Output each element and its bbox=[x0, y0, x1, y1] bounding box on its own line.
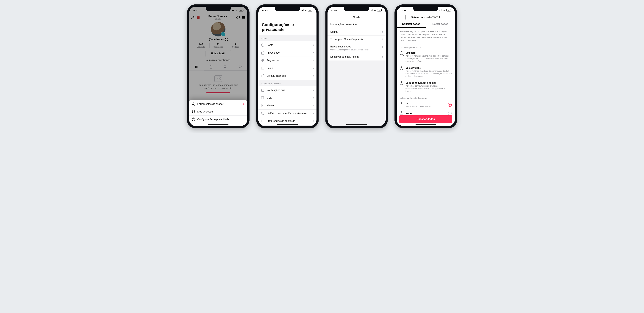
sheet-settings-label: Configurações e privacidade bbox=[197, 118, 244, 121]
section-account: Conta bbox=[258, 34, 316, 41]
home-indicator[interactable] bbox=[208, 124, 228, 125]
chevron-right-icon bbox=[312, 120, 314, 122]
sheet-qr-label: Meu QR code bbox=[197, 110, 244, 113]
phone-settings: 12:42 89 Configurações e privacidade Con… bbox=[256, 4, 319, 128]
notification-dot-icon bbox=[243, 103, 244, 105]
chevron-right-icon bbox=[312, 97, 314, 99]
row-lang[interactable]: A Idioma bbox=[258, 102, 316, 109]
chevron-right-icon bbox=[381, 23, 383, 26]
home-indicator[interactable] bbox=[346, 124, 367, 125]
row-privacy[interactable]: Privacidade bbox=[258, 49, 316, 57]
row-live[interactable]: LIVE bbox=[258, 94, 316, 102]
chevron-right-icon bbox=[312, 67, 314, 69]
chevron-right-icon bbox=[312, 44, 314, 46]
sheet-settings[interactable]: Configurações e privacidade bbox=[189, 116, 247, 123]
format-heading: Selecionar formato de arquivo bbox=[397, 95, 455, 100]
notch bbox=[275, 6, 300, 11]
notch bbox=[344, 6, 369, 11]
sheet-qr[interactable]: Meu QR code bbox=[189, 108, 247, 116]
chevron-right-icon bbox=[312, 104, 314, 107]
section-content: Conteúdo & Exibição bbox=[258, 80, 316, 86]
status-time: 12:42 bbox=[400, 9, 406, 12]
row-balance[interactable]: Saldo bbox=[258, 64, 316, 72]
chevron-right-icon bbox=[312, 89, 314, 91]
row-deactivate[interactable]: Desativar ou excluir conta bbox=[328, 53, 386, 60]
settings-title: Configurações e privacidade bbox=[258, 21, 316, 34]
chevron-right-icon bbox=[312, 75, 314, 77]
phone-profile: 12:42 89 bbox=[187, 4, 250, 128]
row-download-sub: Obtenha uma cópia dos seus dados do TikT… bbox=[330, 49, 379, 51]
download-icon bbox=[400, 103, 403, 106]
row-share[interactable]: Compartilhar perfil bbox=[258, 72, 316, 80]
chevron-right-icon bbox=[312, 112, 314, 114]
battery-icon: 89 bbox=[239, 9, 244, 11]
row-prefs[interactable]: Preferências de conteúdo bbox=[258, 117, 316, 125]
chevron-right-icon bbox=[381, 56, 383, 58]
include-settings: Suas configurações do app Inclui suas co… bbox=[397, 79, 455, 94]
row-download[interactable]: Baixar seus dados Obtenha uma cópia dos … bbox=[328, 43, 386, 53]
radio-json[interactable] bbox=[448, 112, 452, 115]
phone-download-data: 12:42 89 Baixar dados do TikTok Solicita… bbox=[394, 4, 457, 128]
clock-icon bbox=[400, 66, 403, 70]
chevron-right-icon bbox=[312, 59, 314, 62]
row-push[interactable]: Notificações push bbox=[258, 86, 316, 94]
home-indicator[interactable] bbox=[277, 124, 298, 125]
wifi-icon bbox=[235, 9, 238, 11]
qr-icon bbox=[192, 110, 195, 113]
nav-title: Conta bbox=[353, 16, 360, 19]
row-history[interactable]: Histórico de comentários e visualiza… bbox=[258, 109, 316, 117]
download-icon bbox=[400, 112, 403, 115]
shield-icon bbox=[262, 59, 264, 62]
chevron-right-icon bbox=[381, 31, 383, 33]
profile-icon bbox=[400, 51, 403, 55]
wifi-icon bbox=[304, 9, 307, 11]
back-button[interactable] bbox=[399, 16, 402, 18]
user-icon bbox=[261, 43, 264, 47]
wallet-icon bbox=[261, 67, 264, 69]
sheet-creator-label: Ferramentas do criador bbox=[197, 103, 241, 105]
chevron-right-icon bbox=[381, 38, 383, 40]
row-security[interactable]: Segurança bbox=[258, 57, 316, 64]
format-txt[interactable]: TXT Arquivo de texto de fácil leitura bbox=[397, 100, 455, 110]
row-userinfo[interactable]: Informações do usuário bbox=[328, 21, 386, 28]
row-account[interactable]: Conta bbox=[258, 41, 316, 49]
back-button[interactable] bbox=[330, 16, 332, 18]
notch bbox=[413, 6, 438, 11]
status-time: 12:42 bbox=[331, 9, 337, 12]
wifi-icon bbox=[443, 9, 446, 11]
back-button[interactable] bbox=[260, 16, 263, 18]
request-button[interactable]: Solicitar dados bbox=[399, 115, 452, 123]
battery-icon: 89 bbox=[446, 9, 452, 11]
nav-title: Baixar dados do TikTok bbox=[411, 16, 441, 19]
creator-icon bbox=[192, 102, 195, 106]
live-icon bbox=[261, 96, 264, 99]
chevron-right-icon bbox=[381, 46, 383, 48]
notch bbox=[206, 6, 231, 11]
clock-icon bbox=[261, 112, 264, 115]
row-password[interactable]: Senha bbox=[328, 28, 386, 36]
phone-account: 12:42 89 Conta Informações do usuário bbox=[325, 4, 388, 128]
tab-request[interactable]: Solicitar dados bbox=[397, 21, 426, 28]
cellular-icon bbox=[232, 9, 234, 11]
row-switchbiz[interactable]: Trocar para Conta Corporativa bbox=[328, 36, 386, 43]
include-activity: Sua atividade Inclui o histórico de víde… bbox=[397, 65, 455, 79]
lock-icon bbox=[261, 52, 264, 54]
sheet-creator-tools[interactable]: Ferramentas do criador bbox=[189, 100, 247, 108]
include-heading: Os dados podem incluir bbox=[397, 44, 455, 49]
gear-icon bbox=[192, 118, 195, 121]
home-indicator[interactable] bbox=[416, 124, 436, 125]
bell-icon bbox=[261, 89, 264, 92]
radio-txt[interactable] bbox=[448, 103, 452, 107]
tab-download[interactable]: Baixar dados bbox=[426, 21, 455, 28]
cellular-icon bbox=[439, 9, 442, 11]
request-button-label: Solicitar dados bbox=[417, 118, 435, 120]
camera-icon bbox=[261, 120, 264, 122]
cellular-icon bbox=[370, 9, 373, 11]
wifi-icon bbox=[374, 9, 376, 11]
menu-sheet: Ferramentas do criador Meu QR code Confi… bbox=[189, 100, 247, 126]
battery-icon: 89 bbox=[377, 9, 382, 11]
battery-icon: 89 bbox=[308, 9, 313, 11]
share-icon bbox=[261, 75, 264, 77]
include-profile: Seu perfil Inclui seu nome de usuário, f… bbox=[397, 49, 455, 64]
chevron-right-icon bbox=[312, 52, 314, 54]
